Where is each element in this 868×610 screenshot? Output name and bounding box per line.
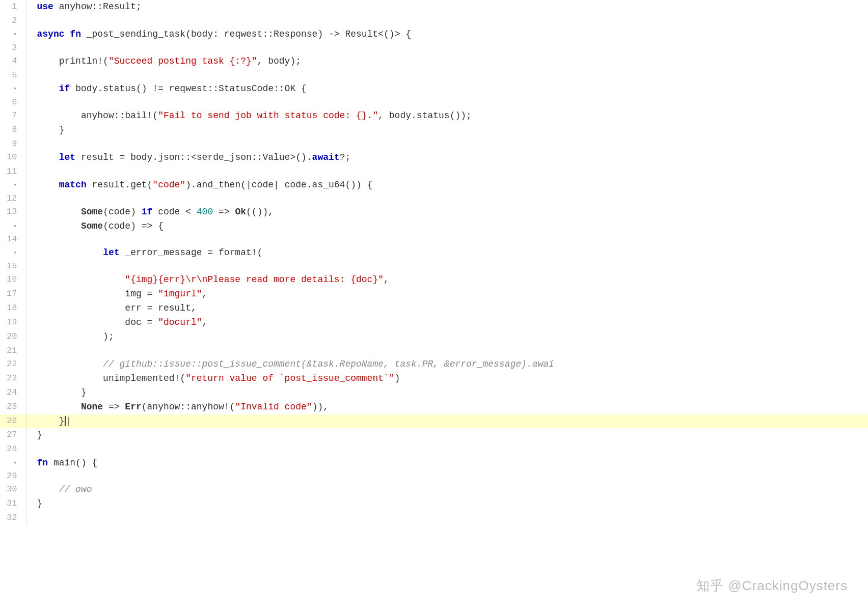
table-row: 16 "{img}{err}\r\nPlease read more detai… <box>0 273 868 287</box>
table-row: 8 } <box>0 123 868 137</box>
table-row: 17 img = "imgurl", <box>0 287 868 301</box>
type-token: None <box>81 402 103 412</box>
line-content: unimplemented!("return value of `post_is… <box>26 372 868 386</box>
line-content: println!("Succeed posting task {:?}", bo… <box>26 54 868 69</box>
line-number: 16 <box>0 273 26 287</box>
table-row: ▾ 3async fn _post_sending_task(body: req… <box>0 27 868 54</box>
table-row: 2 <box>0 14 868 27</box>
string-token: "return value of `post_issue_comment`" <box>185 373 394 383</box>
plain-token: img = <box>37 289 158 299</box>
line-content: // github::issue::post_issue_comment(&ta… <box>26 357 868 372</box>
plain-token <box>37 247 103 258</box>
plain-token: println!( <box>37 56 108 66</box>
string-token: "docurl" <box>158 317 202 327</box>
table-row: 27} <box>0 428 868 442</box>
line-content: let _error_message = format!( <box>26 246 868 273</box>
line-content: err = result, <box>26 301 868 316</box>
line-content <box>26 69 868 82</box>
table-row: 31} <box>0 497 868 511</box>
line-content: Some(code) => { <box>26 219 868 246</box>
line-number: 21 <box>0 344 26 357</box>
keyword-token: use <box>37 2 53 12</box>
line-content <box>26 511 868 524</box>
plain-token <box>37 152 59 162</box>
plain-token <box>37 207 81 217</box>
plain-token: ).and_then(|code| code.as_u64()) { <box>185 180 372 190</box>
table-row: 1use anyhow::Result; <box>0 0 868 14</box>
plain-token: result = body.json::<serde_json::Value>(… <box>75 152 312 162</box>
table-row: ▾ 6 if body.status() != reqwest::StatusC… <box>0 82 868 109</box>
plain-token: ) <box>395 373 400 383</box>
line-number: 2 <box>0 14 26 27</box>
number-token: 400 <box>197 207 213 217</box>
table-row: 10 let result = body.json::<serde_json::… <box>0 151 868 165</box>
line-number: 31 <box>0 497 26 511</box>
line-number: 19 <box>0 316 26 330</box>
plain-token: code < <box>152 207 196 217</box>
code-table: 1use anyhow::Result;2▾ 3async fn _post_s… <box>0 0 868 524</box>
plain-token <box>37 180 59 190</box>
plain-token: => <box>103 402 125 412</box>
comment-token: // owo <box>59 484 92 494</box>
line-content <box>26 165 868 178</box>
plain-token <box>37 221 81 231</box>
keyword-token: async <box>37 29 65 39</box>
line-number: 7 <box>0 109 26 123</box>
line-number: 23 <box>0 372 26 386</box>
line-content: Some(code) if code < 400 => Ok(()), <box>26 205 868 219</box>
string-token: "imgurl" <box>158 289 202 299</box>
line-content: }| <box>26 414 868 429</box>
string-token: "Invalid code" <box>235 402 312 412</box>
keyword-token: let <box>103 247 119 258</box>
line-content: anyhow::bail!("Fail to send job with sta… <box>26 109 868 123</box>
table-row: ▾ 29fn main() { <box>0 456 868 483</box>
plain-token: (code) => { <box>103 221 164 231</box>
line-content: async fn _post_sending_task(body: reqwes… <box>26 27 868 54</box>
table-row: 5 <box>0 69 868 82</box>
line-content: img = "imgurl", <box>26 287 868 301</box>
plain-token: err = result, <box>37 303 197 313</box>
table-row: 9 <box>0 137 868 151</box>
line-content: match result.get("code").and_then(|code|… <box>26 178 868 205</box>
plain-token <box>37 484 59 494</box>
table-row: 4 println!("Succeed posting task {:?}", … <box>0 54 868 69</box>
line-content: if body.status() != reqwest::StatusCode:… <box>26 82 868 109</box>
table-row: 20 ); <box>0 330 868 344</box>
plain-token: _error_message = format!( <box>120 247 263 258</box>
keyword-token: if <box>142 207 153 217</box>
table-row: 32 <box>0 511 868 524</box>
plain-token: (()), <box>246 207 274 217</box>
type-token: Ok <box>235 207 246 217</box>
line-content: fn main() { <box>26 456 868 483</box>
plain-token: )), <box>312 402 329 412</box>
line-number: 30 <box>0 483 26 497</box>
line-content <box>26 442 868 456</box>
plain-token <box>37 359 103 369</box>
line-number: 25 <box>0 400 26 414</box>
line-content: // owo <box>26 483 868 497</box>
line-content: } <box>26 428 868 442</box>
plain-token: body.status() != reqwest::StatusCode::OK… <box>70 84 306 94</box>
string-token: "code" <box>152 180 185 190</box>
line-number: 9 <box>0 137 26 151</box>
plain-token <box>37 274 125 285</box>
plain-token: result.get( <box>87 180 153 190</box>
plain-token: _post_sending_task(body: reqwest::Respon… <box>81 29 411 39</box>
table-row: 24 } <box>0 386 868 400</box>
line-number: 24 <box>0 386 26 400</box>
line-number: 22 <box>0 357 26 372</box>
plain-token: , body); <box>257 56 301 66</box>
line-content: doc = "docurl", <box>26 316 868 330</box>
cursor: | <box>65 416 71 426</box>
table-row: 21 <box>0 344 868 357</box>
line-number: 26 <box>0 414 26 429</box>
plain-token: doc = <box>37 317 158 327</box>
table-row: 13 Some(code) if code < 400 => Ok(()), <box>0 205 868 219</box>
keyword-token: match <box>59 180 87 190</box>
table-row: 26 }| <box>0 414 868 429</box>
plain-token: , <box>202 289 208 299</box>
line-number: 4 <box>0 54 26 69</box>
line-number: 1 <box>0 0 26 14</box>
line-number: 27 <box>0 428 26 442</box>
line-content: } <box>26 123 868 137</box>
